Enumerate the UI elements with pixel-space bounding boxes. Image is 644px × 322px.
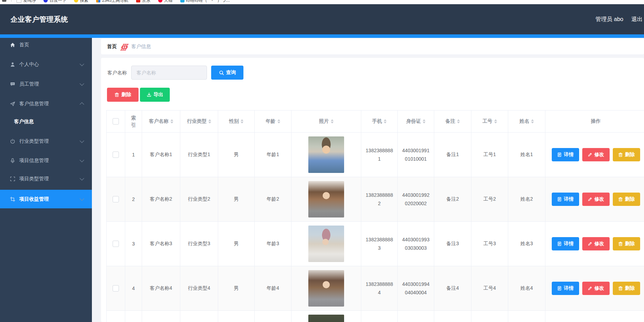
cell-age: 年龄4 [255, 266, 291, 310]
edit-button[interactable]: 修改 [582, 237, 610, 250]
col-header-gender[interactable]: 性别 [218, 110, 255, 132]
sort-icon[interactable] [457, 119, 460, 123]
delete-row-button[interactable]: 删除 [613, 282, 640, 295]
logout-button[interactable]: 退出 [631, 16, 643, 23]
bookmark-item-aichunjing[interactable]: 爱纯净 [16, 0, 36, 3]
edit-button[interactable]: 修改 [582, 193, 610, 206]
customer-photo-portrait-woman-gray-sweater [308, 270, 344, 307]
col-header-note[interactable]: 备注 [434, 110, 471, 132]
sidebar-item-customer-info-mgmt[interactable]: 客户信息管理 [0, 97, 92, 111]
export-button[interactable]: 导出 [140, 88, 170, 102]
sort-icon[interactable] [208, 119, 211, 123]
sort-icon[interactable] [423, 119, 425, 123]
chevron-down-icon [80, 62, 84, 66]
col-header-index: 索引 [125, 110, 142, 132]
bookmark-item-daohang[interactable]: 2345上网导航 [96, 0, 128, 3]
delete-row-button[interactable]: 删除 [613, 148, 640, 161]
sidebar-item-project-type-mgmt[interactable]: 项目类型管理 [0, 172, 92, 186]
edit-button[interactable]: 修改 [582, 282, 610, 295]
sidebar-item-home[interactable]: 首页 [0, 38, 92, 52]
detail-button[interactable]: 详情 [552, 148, 579, 161]
pen-icon [588, 197, 592, 202]
sort-icon[interactable] [531, 119, 534, 123]
cell-value: 男 [234, 241, 239, 247]
browser-bookmarks-bar: 爱纯净百度一下搜索2345上网导航京东天猫哔哩哔哩（゜-゜）つ… [0, 0, 644, 4]
detail-button-label: 详情 [564, 152, 574, 158]
sidebar-item-customer-info[interactable]: 客户信息 [0, 115, 92, 129]
cell-select [107, 177, 125, 221]
sort-icon[interactable] [277, 119, 280, 123]
cell-gender: 男 [218, 133, 255, 177]
edit-button[interactable]: 修改 [582, 148, 610, 161]
breadcrumb-home-link[interactable]: 首页 [107, 43, 117, 50]
col-header-phone[interactable]: 手机 [361, 110, 398, 132]
query-button[interactable]: 查询 [211, 66, 243, 80]
bookmark-item-browser[interactable] [2, 0, 12, 2]
cell-value: 4 [132, 286, 135, 291]
cell-industry: 行业类型5 [180, 311, 218, 322]
col-header-real_name[interactable]: 姓名 [508, 110, 545, 132]
search-field-label: 客户名称 [107, 66, 127, 80]
sort-icon[interactable] [170, 119, 173, 123]
sort-icon[interactable] [241, 119, 243, 123]
select-all-checkbox[interactable] [113, 118, 119, 125]
col-header-job_no[interactable]: 工号 [471, 110, 508, 132]
col-header-id_card[interactable]: 身份证 [398, 110, 434, 132]
cell-real_name: 姓名2 [508, 177, 545, 221]
cell-value: 13823888881 [365, 146, 394, 163]
search-icon [219, 70, 224, 75]
sort-icon[interactable] [331, 119, 334, 123]
col-header-photo[interactable]: 照片 [291, 110, 361, 132]
cell-value: 13823888883 [365, 235, 394, 252]
edit-button-label: 修改 [595, 196, 604, 202]
doc-icon [557, 286, 562, 291]
bookmark-item-tmall[interactable]: 天猫 [158, 0, 173, 3]
bulk-delete-button[interactable]: 删除 [107, 88, 139, 102]
detail-button[interactable]: 详情 [552, 237, 579, 250]
export-label: 导出 [154, 92, 163, 98]
detail-button[interactable]: 详情 [552, 193, 579, 206]
col-header-age[interactable]: 年龄 [255, 110, 291, 132]
user-icon [10, 62, 15, 67]
delete-row-button-label: 删除 [625, 241, 635, 247]
cell-value: 行业类型3 [188, 241, 210, 247]
bookmark-item-baidu[interactable]: 百度一下 [43, 0, 66, 3]
cell-value: 13823888884 [365, 280, 394, 297]
cell-value: 440300199404040004 [401, 280, 430, 297]
sidebar-item-profile[interactable]: 个人中心 [0, 58, 92, 72]
baidu-icon [43, 0, 48, 2]
query-button-label: 查询 [226, 69, 236, 76]
sidebar-item-project-info-mgmt[interactable]: 项目信息管理 [0, 154, 92, 168]
detail-button-label: 详情 [564, 285, 574, 291]
delete-row-button[interactable]: 删除 [613, 193, 640, 206]
cell-value: 年龄3 [267, 241, 279, 247]
sidebar-item-staff-mgmt[interactable]: 员工管理 [0, 77, 92, 91]
sidebar-item-project-revenue-mgmt[interactable]: 项目收益管理 [0, 190, 92, 208]
row-checkbox[interactable] [113, 285, 119, 291]
bookmark-label: 天猫 [164, 0, 173, 3]
delete-row-button-label: 删除 [625, 196, 635, 202]
power-icon [10, 139, 15, 144]
sidebar-item-industry-type-mgmt[interactable]: 行业类型管理 [0, 134, 92, 148]
bookmark-item-bilibili[interactable]: 哔哩哔哩（゜-゜）つ… [180, 0, 230, 3]
sort-icon[interactable] [494, 119, 497, 123]
cell-age: 年龄3 [255, 222, 291, 266]
table-row-2: 2客户名称2行业类型2男年龄21382388888244030019920202… [107, 177, 644, 222]
detail-button[interactable]: 详情 [552, 282, 579, 295]
col-header-name[interactable]: 客户名称 [142, 110, 180, 132]
bookmark-item-sousuo[interactable]: 搜索 [74, 0, 88, 3]
row-checkbox[interactable] [113, 152, 119, 158]
row-actions: 详情修改删除 [552, 282, 640, 295]
row-checkbox[interactable] [113, 196, 119, 202]
sort-icon[interactable] [384, 119, 387, 123]
delete-row-button[interactable]: 删除 [613, 237, 640, 250]
bookmark-label: 百度一下 [49, 0, 66, 3]
sidebar-item-label: 个人中心 [19, 61, 39, 68]
cell-phone: 13823888881 [361, 133, 398, 177]
customer-name-input[interactable] [131, 66, 207, 80]
sidebar-item-label: 项目类型管理 [19, 176, 49, 182]
bulk-delete-label: 删除 [121, 92, 131, 98]
bookmark-item-jd[interactable]: 京东 [136, 0, 150, 3]
row-checkbox[interactable] [113, 241, 119, 247]
col-header-industry[interactable]: 行业类型 [180, 110, 218, 132]
